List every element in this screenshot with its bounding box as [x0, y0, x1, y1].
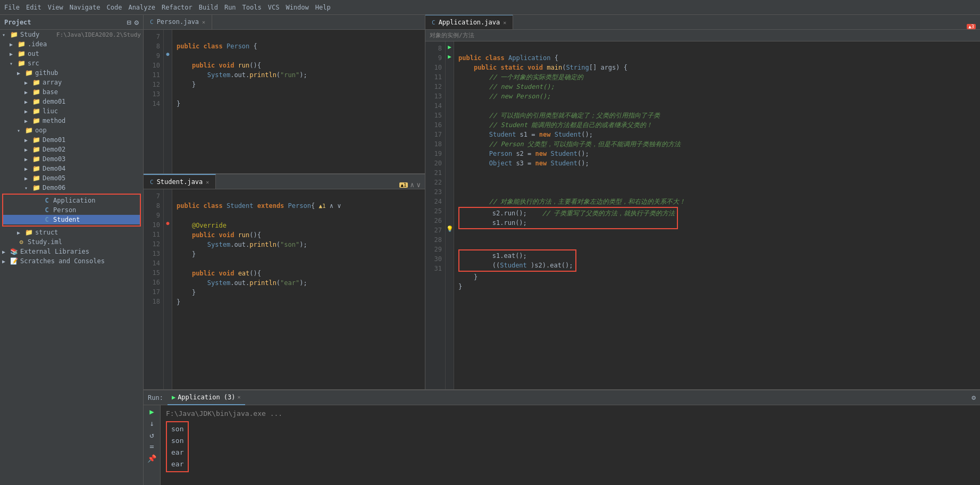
tree-item-out[interactable]: ▶ 📁 out: [0, 49, 143, 58]
folder-icon-oop: 📁: [24, 127, 33, 134]
tab-person-java[interactable]: C Person.java ✕: [144, 15, 212, 29]
app-line-numbers: 8910111213 141516171819 202122232425 262…: [425, 41, 446, 389]
tree-item-idea[interactable]: ▶ 📁 .idea: [0, 39, 143, 49]
run-settings-icon[interactable]: ⚙: [971, 394, 976, 402]
tree-item-study[interactable]: ▾ 📁 Study F:\Java\IDEA2020.2\Study: [0, 30, 143, 39]
tree-item-demo06[interactable]: ▾ 📁 Demo06: [0, 183, 143, 193]
tab-close-student[interactable]: ✕: [206, 179, 209, 185]
arrow-liuc[interactable]: ▶: [24, 108, 32, 114]
menu-view[interactable]: View: [48, 4, 63, 11]
person-code-content[interactable]: public class Person { public void run(){…: [172, 30, 425, 173]
menu-file[interactable]: File: [4, 4, 20, 11]
tree-item-study-iml[interactable]: ⚙ Study.iml: [0, 237, 143, 247]
app-code-area[interactable]: 8910111213 141516171819 202122232425 262…: [425, 41, 980, 389]
tree-item-person[interactable]: C Person: [3, 205, 140, 215]
tree-label-array: array: [43, 79, 141, 86]
app-code-content[interactable]: public class Application { public static…: [454, 41, 980, 389]
nav-down-icon[interactable]: ∨: [416, 181, 421, 189]
menu-build[interactable]: Build: [199, 4, 218, 11]
tree-item-demo02[interactable]: ▶ 📁 Demo02: [0, 145, 143, 154]
arrow-struct[interactable]: ▶: [17, 230, 24, 236]
arrow-demo05[interactable]: ▶: [24, 175, 32, 181]
student-code-area[interactable]: 789101112131415161718 ●: [144, 189, 425, 389]
arrow-ext-libs[interactable]: ▶: [2, 249, 10, 255]
tree-item-method[interactable]: ▶ 📁 method: [0, 116, 143, 126]
tree-item-application[interactable]: C Application: [3, 196, 140, 205]
arrow-oop[interactable]: ▾: [17, 128, 24, 133]
folder-icon-demo02: 📁: [32, 146, 40, 153]
settings-icon[interactable]: ⚙: [135, 18, 139, 27]
run-down-btn[interactable]: ↓: [149, 419, 154, 428]
sidebar: Project ⊟ ⚙ ▾ 📁 Study F:\Java\IDEA2020.2…: [0, 15, 144, 485]
student-code-content[interactable]: public class Student extends Person{ ▲1 …: [172, 189, 425, 389]
arrow-array[interactable]: ▶: [24, 80, 32, 86]
arrow-demo06[interactable]: ▾: [24, 185, 32, 191]
tree-item-src[interactable]: ▾ 📁 src: [0, 58, 143, 68]
tab-application-java[interactable]: C Application.java ✕: [425, 15, 513, 29]
tree-item-demo04[interactable]: ▶ 📁 Demo04: [0, 164, 143, 173]
tree-item-base[interactable]: ▶ 📁 base: [0, 87, 143, 97]
menu-analyze[interactable]: Analyze: [128, 4, 155, 11]
left-editor-tabs-student: C Student.java ✕ ▲1 ∧ ∨: [144, 174, 425, 189]
tab-student-java[interactable]: C Student.java ✕: [144, 174, 216, 189]
app-warn-badge: ▲3: [967, 24, 976, 29]
menu-vcs[interactable]: VCS: [268, 4, 280, 11]
run-output-box: son son ear ear: [166, 421, 189, 472]
tree-label-student: Student: [53, 216, 138, 223]
tree-item-github[interactable]: ▶ 📁 github: [0, 68, 143, 78]
arrow-demo03[interactable]: ▶: [24, 156, 32, 162]
arrow-demo01[interactable]: ▶: [24, 99, 32, 105]
study-path: F:\Java\IDEA2020.2\Study: [56, 31, 141, 38]
arrow-demo01-oop[interactable]: ▶: [24, 137, 32, 143]
folder-icon-demo03: 📁: [32, 155, 40, 163]
menu-navigate[interactable]: Navigate: [70, 4, 100, 11]
run-panel-header: Run: ▶ Application (3) ✕ ⚙: [144, 390, 980, 405]
menu-code[interactable]: Code: [107, 4, 122, 11]
tree-item-scratches[interactable]: ▶ 📝 Scratches and Consoles: [0, 256, 143, 266]
tree-item-ext-libs[interactable]: ▶ 📚 External Libraries: [0, 247, 143, 256]
arrow-github[interactable]: ▶: [17, 70, 24, 76]
arrow-idea[interactable]: ▶: [10, 41, 17, 47]
menu-window[interactable]: Window: [286, 4, 308, 11]
arrow-src[interactable]: ▾: [10, 61, 17, 66]
tree-item-demo05[interactable]: ▶ 📁 Demo05: [0, 173, 143, 183]
tree-item-oop[interactable]: ▾ 📁 oop: [0, 126, 143, 135]
tab-close-application[interactable]: ✕: [503, 20, 506, 26]
run-rerun-btn[interactable]: ↺: [149, 431, 154, 439]
menu-run[interactable]: Run: [224, 4, 236, 11]
arrow-study[interactable]: ▾: [2, 32, 10, 38]
run-tab-application[interactable]: ▶ Application (3) ✕: [167, 390, 245, 405]
arrow-out[interactable]: ▶: [10, 51, 17, 57]
menu-help[interactable]: Help: [315, 4, 331, 11]
left-editor-tabs-person: C Person.java ✕: [144, 15, 425, 30]
collapse-icon[interactable]: ⊟: [127, 18, 131, 27]
tree-item-array[interactable]: ▶ 📁 array: [0, 78, 143, 87]
person-code-area[interactable]: 7891011121314 ● public class Person { pu…: [144, 30, 425, 173]
run-pin-btn[interactable]: 📌: [147, 454, 156, 463]
arrow-scratches[interactable]: ▶: [2, 258, 10, 264]
java-icon-student: C: [43, 216, 51, 223]
menu-refactor[interactable]: Refactor: [162, 4, 192, 11]
menu-edit[interactable]: Edit: [26, 4, 41, 11]
menu-tools[interactable]: Tools: [242, 4, 262, 11]
tree-item-demo01[interactable]: ▶ 📁 demo01: [0, 97, 143, 106]
tree-item-liuc[interactable]: ▶ 📁 liuc: [0, 106, 143, 116]
run-stop-btn[interactable]: =: [149, 442, 154, 451]
nav-up-icon[interactable]: ∧: [410, 181, 414, 189]
tree-label-scratches: Scratches and Consoles: [20, 257, 141, 265]
run-play-btn[interactable]: ▶: [149, 407, 154, 416]
folder-icon-liuc: 📁: [32, 107, 40, 115]
arrow-demo04[interactable]: ▶: [24, 166, 32, 172]
tree-item-demo03[interactable]: ▶ 📁 Demo03: [0, 154, 143, 164]
arrow-base[interactable]: ▶: [24, 89, 32, 95]
person-line-numbers: 7891011121314: [144, 30, 164, 173]
arrow-demo02[interactable]: ▶: [24, 147, 32, 153]
tree-item-demo01-oop[interactable]: ▶ 📁 Demo01: [0, 135, 143, 145]
run-output: F:\Java\JDK\bin\java.exe ... son son ear…: [161, 405, 980, 485]
student-warn-badge: ▲1: [399, 182, 408, 188]
tree-item-student[interactable]: C Student: [3, 215, 140, 224]
tree-item-struct[interactable]: ▶ 📁 struct: [0, 228, 143, 237]
run-tab-close[interactable]: ✕: [238, 394, 241, 400]
tab-close-person[interactable]: ✕: [202, 19, 205, 25]
arrow-method[interactable]: ▶: [24, 118, 32, 124]
